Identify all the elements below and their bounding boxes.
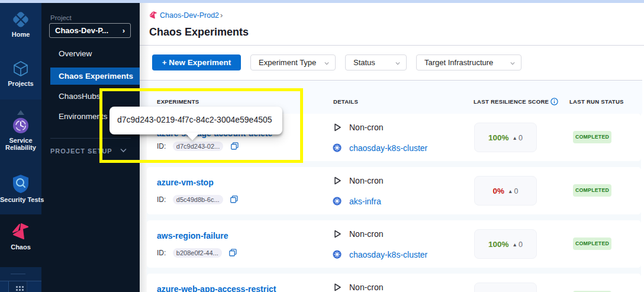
nav-service-reliability[interactable]: Service Reliability bbox=[0, 117, 41, 151]
resilience-score-box: 100%▲0 bbox=[474, 229, 537, 259]
id-tooltip: d7c9d243-0219-4f7c-84c2-3004e59e4505 bbox=[110, 107, 282, 134]
chaos-icon bbox=[12, 223, 30, 241]
experiment-id-row: ID: b208e0f2-44... bbox=[157, 247, 237, 259]
trend-count: 0 bbox=[514, 187, 518, 195]
nav-service-reliability-label: Service Reliability bbox=[2, 137, 40, 151]
experiment-id-value: d5c49d8b-6c... bbox=[173, 195, 223, 204]
experiment-name-link[interactable]: azure-vm-stop bbox=[157, 178, 214, 187]
nav-security-tests-label: Security Tests bbox=[0, 196, 41, 203]
schedule-type: Non-cron bbox=[349, 176, 384, 185]
infrastructure-link[interactable]: chaosday-k8s-cluster bbox=[349, 250, 427, 259]
chevron-down-icon bbox=[395, 61, 400, 66]
project-selector[interactable]: Chaos-Dev-P... › bbox=[49, 23, 131, 38]
resilience-score-box: 100%▲0 bbox=[474, 123, 537, 152]
resilience-score-box: 0%▲0 bbox=[474, 176, 537, 206]
service-reliability-icon bbox=[12, 117, 30, 134]
column-last-run-status: LAST RUN STATUS bbox=[569, 98, 624, 105]
copy-icon[interactable] bbox=[230, 195, 238, 203]
grid-menu-cell[interactable] bbox=[8, 281, 27, 292]
infrastructure-link[interactable]: aks-infra bbox=[349, 197, 381, 206]
filter-experiment-type[interactable]: Experiment Type bbox=[250, 54, 336, 70]
projects-icon bbox=[12, 60, 30, 78]
experiment-id-value: b208e0f2-44... bbox=[173, 248, 222, 258]
play-icon bbox=[333, 123, 342, 132]
experiment-row[interactable]: aws-region-failure ID: b208e0f2-44... No… bbox=[147, 220, 641, 268]
module-rail: Home Projects Service Reliability Secur bbox=[0, 3, 41, 292]
trend-up-icon: ▲ bbox=[513, 135, 517, 141]
resilience-score-value: 100% bbox=[488, 240, 509, 249]
score-trend: ▲0 bbox=[513, 240, 523, 249]
column-last-resilience-score: LAST RESILIENCE SCORE bbox=[474, 98, 549, 105]
nav-chaos-label: Chaos bbox=[0, 243, 41, 251]
sidebar-item-chaos-experiments[interactable]: Chaos Experiments bbox=[50, 68, 140, 85]
experiment-id-row: ID: d5c49d8b-6c... bbox=[157, 194, 238, 206]
experiment-row[interactable]: azure-web-app-access-restrict Non-cron ▲… bbox=[147, 274, 641, 292]
security-tests-icon bbox=[11, 174, 30, 194]
header-divider bbox=[140, 45, 644, 46]
filter-status-label: Status bbox=[353, 58, 375, 67]
kubernetes-icon bbox=[333, 197, 342, 206]
trend-count: 0 bbox=[519, 134, 523, 142]
chevron-down-icon bbox=[510, 61, 515, 66]
resilience-score-value: 100% bbox=[488, 133, 509, 142]
filter-target-infrastructure-label: Target Infrastructure bbox=[424, 58, 493, 67]
home-icon bbox=[12, 11, 30, 28]
resilience-score-value: 0% bbox=[493, 187, 505, 195]
sidebar-item-overview[interactable]: Overview bbox=[41, 45, 140, 62]
status-badge: COMPLETED bbox=[573, 184, 611, 197]
column-details: DETAILS bbox=[333, 98, 358, 105]
id-label: ID: bbox=[157, 249, 166, 257]
trend-up-icon: ▲ bbox=[508, 188, 513, 194]
kubernetes-icon bbox=[333, 250, 342, 259]
play-icon bbox=[333, 283, 342, 292]
status-badge: COMPLETED bbox=[573, 238, 611, 250]
trend-count: 0 bbox=[519, 240, 523, 249]
breadcrumb-separator: › bbox=[220, 11, 223, 20]
nav-chaos[interactable]: Chaos bbox=[0, 223, 41, 251]
nav-home-label: Home bbox=[0, 31, 41, 38]
trend-up-icon: ▲ bbox=[513, 242, 517, 248]
info-icon[interactable] bbox=[550, 98, 558, 105]
score-trend: ▲0 bbox=[508, 187, 518, 195]
schedule-type: Non-cron bbox=[349, 283, 384, 292]
nav-home[interactable]: Home bbox=[0, 11, 41, 38]
infrastructure-link[interactable]: chaosday-k8s-cluster bbox=[349, 143, 427, 153]
filter-target-infrastructure[interactable]: Target Infrastructure bbox=[416, 54, 521, 70]
experiment-name-link[interactable]: azure-web-app-access-restrict bbox=[157, 284, 276, 292]
tooltip-caret bbox=[185, 133, 200, 140]
score-trend: ▲0 bbox=[513, 134, 523, 142]
resilience-score-box: ▲ bbox=[474, 283, 537, 292]
status-badge: COMPLETED bbox=[573, 131, 611, 143]
play-icon bbox=[333, 229, 342, 239]
filter-experiment-type-label: Experiment Type bbox=[259, 58, 316, 67]
chevron-right-icon: › bbox=[123, 24, 125, 37]
top-strip bbox=[0, 0, 644, 3]
schedule-type: Non-cron bbox=[349, 229, 384, 239]
page-title: Chaos Experiments bbox=[149, 26, 249, 38]
chevron-up-icon bbox=[17, 110, 25, 115]
breadcrumb-project-link[interactable]: Chaos-Dev-Prod2 bbox=[160, 11, 219, 20]
experiment-row[interactable]: azure-vm-stop ID: d5c49d8b-6c... Non-cro… bbox=[147, 167, 641, 214]
copy-icon[interactable] bbox=[229, 249, 237, 256]
kubernetes-icon bbox=[333, 143, 342, 152]
experiment-name-link[interactable]: aws-region-failure bbox=[157, 231, 228, 240]
grid-menu-icon bbox=[16, 286, 18, 288]
chevron-down-icon bbox=[324, 61, 329, 66]
project-selector-value: Chaos-Dev-P... bbox=[55, 26, 108, 35]
breadcrumb-chaos-icon bbox=[149, 11, 157, 20]
project-section-label: Project bbox=[50, 14, 72, 21]
schedule-type: Non-cron bbox=[349, 123, 384, 132]
new-experiment-button[interactable]: + New Experiment bbox=[152, 54, 241, 70]
rail-bottom-cell bbox=[0, 281, 41, 292]
filter-status[interactable]: Status bbox=[345, 54, 407, 70]
id-label: ID: bbox=[157, 195, 166, 204]
nav-projects[interactable]: Projects bbox=[0, 60, 41, 87]
play-icon bbox=[333, 176, 342, 185]
rail-divider bbox=[11, 274, 25, 274]
nav-security-tests[interactable]: Security Tests bbox=[0, 174, 41, 203]
nav-projects-label: Projects bbox=[0, 80, 41, 87]
